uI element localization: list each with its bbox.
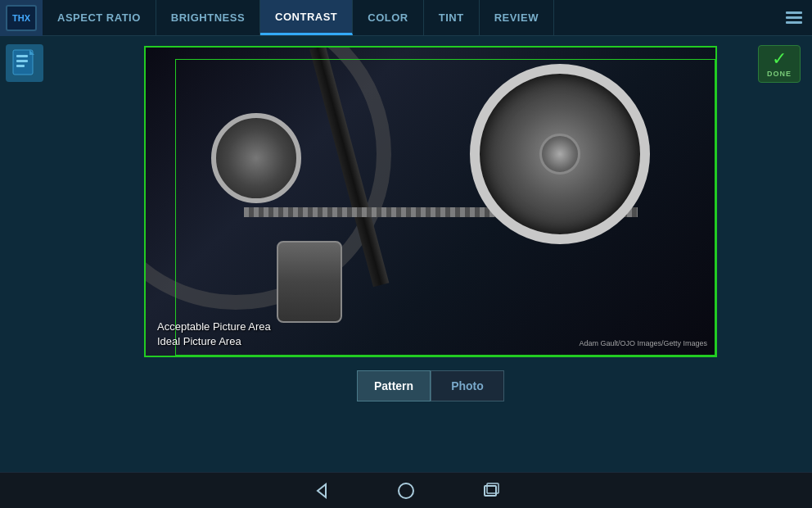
android-nav-bar [0,472,812,508]
svg-rect-4 [16,55,28,57]
document-icon[interactable] [6,44,43,82]
android-back-button[interactable] [311,481,331,501]
rear-gear [211,113,301,203]
image-credit: Adam Gault/OJO Images/Getty Images [579,339,707,347]
image-frame: Acceptable Picture Area Ideal Picture Ar… [144,46,717,357]
pattern-tab-button[interactable]: Pattern [357,370,431,401]
nav-item-tint[interactable]: TINT [424,0,480,35]
top-navigation-bar: THX ASPECT RATIO BRIGHTNESS CONTRAST COL… [0,0,812,36]
nav-item-contrast[interactable]: CONTRAST [260,0,353,35]
svg-rect-6 [16,65,25,67]
settings-button[interactable] [776,0,812,36]
nav-item-aspect-ratio[interactable]: ASPECT RATIO [43,0,156,35]
acceptable-picture-area-label: Acceptable Picture Area [157,320,271,333]
view-toggle-buttons: Pattern Photo [357,370,504,401]
thx-logo: THX [0,0,43,36]
derailleur [277,241,342,323]
main-content: Acceptable Picture Area Ideal Picture Ar… [49,36,812,472]
svg-point-9 [399,483,413,498]
svg-rect-1 [786,16,802,19]
ideal-picture-area-label: Ideal Picture Area [157,335,241,347]
photo-tab-button[interactable]: Photo [431,370,504,401]
sprocket-center [539,134,580,175]
android-home-button[interactable] [396,481,416,501]
svg-marker-8 [318,484,326,497]
left-panel [0,36,49,472]
nav-menu: ASPECT RATIO BRIGHTNESS CONTRAST COLOR T… [43,0,776,35]
svg-rect-2 [786,21,802,24]
nav-item-review[interactable]: REVIEW [480,0,554,35]
android-recents-button[interactable] [481,481,501,501]
svg-rect-10 [485,486,496,496]
svg-rect-0 [786,11,802,14]
thx-logo-text: THX [12,13,30,23]
nav-item-brightness[interactable]: BRIGHTNESS [156,0,260,35]
nav-item-color[interactable]: COLOR [353,0,423,35]
bike-photo: Acceptable Picture Area Ideal Picture Ar… [146,48,715,356]
svg-rect-5 [16,60,28,62]
